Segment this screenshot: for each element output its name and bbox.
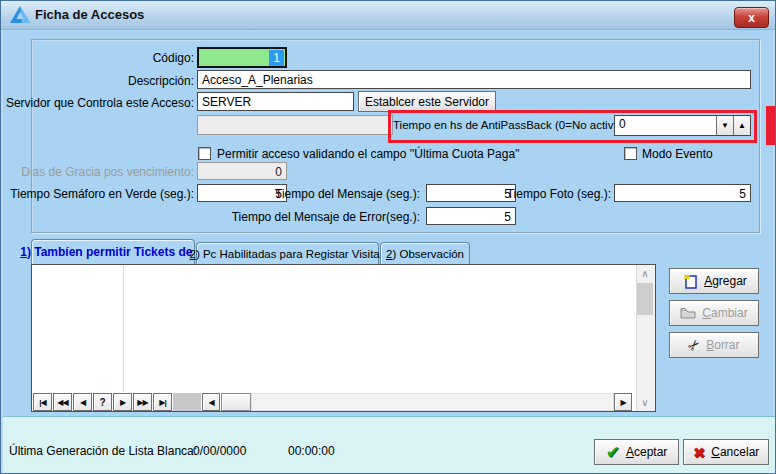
horizontal-scrollbar[interactable] [251,393,614,411]
tab-tickets[interactable]: 1) Tambíen permitir Tickets de ... [31,239,195,264]
lista-blanca-label: Última Generación de Lista Blanca: [9,444,197,458]
nav-prev-page-button[interactable]: ◀◀ [53,393,72,411]
disabled-empty-field [197,115,393,135]
nav-next-page-button[interactable]: ▶▶ [133,393,152,411]
error-input[interactable]: 5 [426,207,516,225]
modo-evento-checkbox[interactable] [624,147,637,160]
dialog-ficha-de-accesos: Ficha de Accesos x Código: 1 Descripción… [0,0,776,474]
foto-input[interactable]: 5 [614,184,751,202]
lista-blanca-time: 00:00:00 [288,444,335,458]
nav-next-button[interactable]: ▶ [113,393,132,411]
codigo-label: Código: [4,51,194,65]
check-icon: ✔ [606,444,620,461]
codigo-selected-value: 1 [269,50,284,66]
nav-first-button[interactable]: |◀ [33,393,52,411]
borrar-button[interactable]: ✂ Borrar [669,332,759,358]
foto-label: Tiempo Foto (seg.): [501,187,611,201]
agregar-label: Agregar [704,274,747,288]
permitir-acceso-label: Permitir acceso validando el campo ''Últ… [217,147,520,161]
modo-evento-label: Modo Evento [642,147,713,161]
nav-last-button[interactable]: ▶| [153,393,172,411]
scroll-down-icon[interactable]: ∨ [636,394,654,410]
app-logo-icon [10,6,30,24]
cambiar-button[interactable]: Cambiar [669,300,759,326]
servidor-label: Servidor que Controla este Acceso: [4,96,194,110]
title-bar: Ficha de Accesos x [1,1,776,30]
annotation-red-stripe [766,106,776,145]
antipassback-value: 0 [615,116,716,135]
nav-prev-button[interactable]: ◀ [73,393,92,411]
cambiar-label: Cambiar [702,306,747,320]
antipassback-dropdown-icon[interactable]: ▼ [716,116,733,135]
establecer-servidor-button[interactable]: Establcer este Servidor [358,91,496,112]
codigo-input[interactable]: 1 [197,47,287,68]
nav-search-button[interactable]: ? [93,393,112,411]
aceptar-label: Aceptar [626,445,667,459]
horizontal-scroll-thumb[interactable] [221,393,251,411]
agregar-button[interactable]: Agregar [669,268,759,294]
dias-gracia-input: 0 [197,162,287,180]
cancelar-label: Cancelar [711,445,759,459]
list-column-divider [123,265,124,392]
permitir-acceso-checkbox[interactable] [198,147,211,160]
vertical-scroll-thumb[interactable] [637,283,653,315]
close-icon: x [748,11,755,25]
window-title: Ficha de Accesos [35,7,144,22]
folder-icon [680,307,696,319]
tab-observacion[interactable]: 2) Observación [380,242,470,264]
close-button[interactable]: x [734,7,769,28]
servidor-input[interactable]: SERVER [197,92,354,111]
aceptar-button[interactable]: ✔ Aceptar [594,439,679,465]
dias-gracia-label: Dias de Gracia pos vencimiento: [4,165,194,179]
antipassback-label: Tiempo en hs de AntiPassBack (0=No activ… [393,119,611,131]
antipassback-combo[interactable]: 0 ▼ ▲ [614,115,751,136]
antipassback-up-icon[interactable]: ▲ [733,116,750,135]
descripcion-label: Descripción: [4,74,194,88]
scroll-up-icon[interactable]: ∧ [636,265,654,281]
borrar-label: Borrar [706,338,739,352]
mensaje-label: Tiempo del Mensaje (seg.): [262,187,420,201]
cancelar-button[interactable]: ✖ Cancelar [683,439,769,465]
tab-pc-habilitadas[interactable]: 2) Pc Habilitadas para Registar Visitas [196,242,379,264]
descripcion-input[interactable]: Acceso_A_Plenarias [197,70,751,89]
cross-icon: ✖ [693,445,706,460]
hscroll-right-icon[interactable]: ▶ [614,393,632,411]
error-label: Tiempo del Mensaje de Error(seg.): [231,210,420,224]
scrollbar-filler [173,393,201,411]
tickets-list[interactable] [31,264,656,412]
lista-blanca-date: 0/00/0000 [193,444,246,458]
semaforo-label: Tiempo Semáforo en Verde (seg.): [4,187,194,201]
new-document-icon [681,273,698,289]
scissors-icon: ✂ [685,336,703,354]
hscroll-left-icon[interactable]: ◀ [202,393,220,411]
